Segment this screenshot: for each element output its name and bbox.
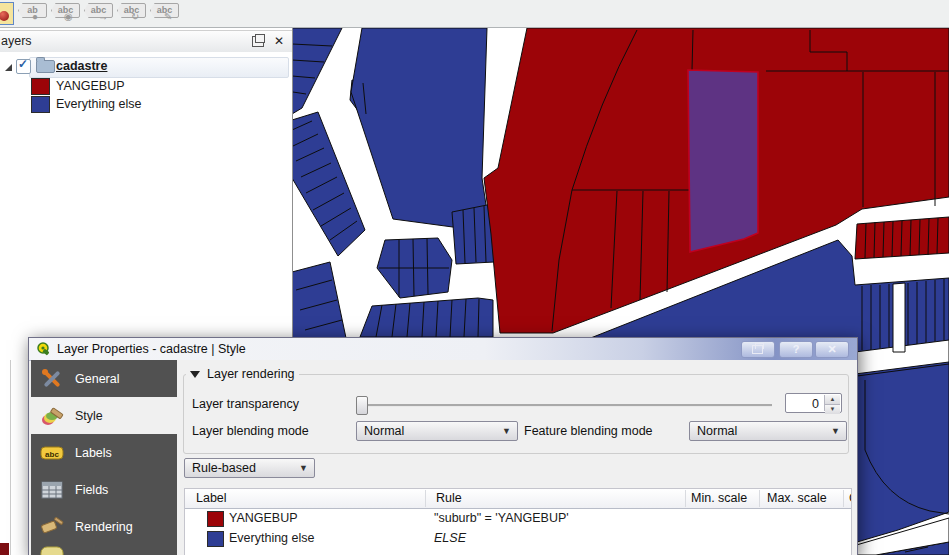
qgis-logo-icon <box>37 342 51 356</box>
selected-parcel <box>688 70 758 252</box>
rules-table-header[interactable]: Label Rule Min. scale Max. scale C <box>185 489 851 509</box>
table-row[interactable]: Everything else ELSE <box>185 528 851 548</box>
panel-edge-line <box>10 360 11 555</box>
abc-tag-icon: abc <box>40 441 64 465</box>
active-label-tool-button[interactable] <box>0 2 14 25</box>
qgis-window: { "toolbar": { "icons": [ {"name": "acti… <box>0 0 949 555</box>
spin-down-icon: ▼ <box>825 404 840 414</box>
tab-labels[interactable]: abc Labels <box>31 434 177 471</box>
tools-icon <box>40 367 64 391</box>
group-folder-icon <box>36 60 55 73</box>
paintbrush-icon <box>40 404 64 428</box>
transparency-spinbox[interactable]: 0 ▲▼ <box>785 393 842 413</box>
table-row[interactable]: YANGEBUP "suburb" = 'YANGEBUP' <box>185 508 851 528</box>
close-panel-icon[interactable]: ✕ <box>274 34 284 48</box>
layer-visibility-checkbox[interactable]: ✓ <box>16 59 31 74</box>
restore-icon <box>752 345 763 354</box>
table-icon <box>40 478 64 502</box>
layers-panel-title: ayers <box>1 34 32 48</box>
red-sphere-icon <box>0 11 9 21</box>
legend-item[interactable]: YANGEBUP <box>0 78 292 95</box>
float-panel-icon[interactable] <box>252 36 264 47</box>
map-tip-icon <box>40 545 64 555</box>
close-dialog-button[interactable]: ✕ <box>815 341 849 358</box>
tab-style[interactable]: Style <box>31 397 177 434</box>
feature-blending-combo[interactable]: Normal▼ <box>689 421 847 441</box>
transparency-label: Layer transparency <box>192 397 299 411</box>
layer-rendering-groupbox <box>183 374 849 454</box>
transparency-slider[interactable] <box>356 396 772 414</box>
pin-icon: ● <box>32 11 38 23</box>
refresh-icon: ↻ <box>131 11 139 23</box>
dialog-title: Layer Properties - cadastre | Style <box>57 342 246 356</box>
group-label[interactable]: cadastre <box>56 59 107 73</box>
style-tab-content: Layer rendering Layer transparency 0 ▲▼ … <box>177 360 857 555</box>
slider-groove <box>356 404 772 407</box>
spin-up-icon: ▲ <box>825 395 840 404</box>
svg-text:abc: abc <box>45 449 59 458</box>
tab-fields[interactable]: Fields <box>31 471 177 508</box>
rules-table: Label Rule Min. scale Max. scale C YANGE… <box>184 488 852 555</box>
layers-panel-titlebar[interactable]: ayers ✕ <box>0 30 292 53</box>
dialog-titlebar[interactable]: Layer Properties - cadastre | Style ? ✕ <box>29 338 857 361</box>
rule-swatch <box>207 511 224 527</box>
expand-arrow-icon[interactable] <box>5 64 12 71</box>
layer-properties-dialog: Layer Properties - cadastre | Style ? ✕ … <box>28 337 858 555</box>
chevron-down-icon: ▼ <box>502 422 511 441</box>
tab-general[interactable]: General <box>31 360 177 397</box>
renderer-type-combo[interactable]: Rule-based▼ <box>184 458 315 478</box>
spinbox-arrows[interactable]: ▲▼ <box>824 395 840 411</box>
legend-item[interactable]: Everything else <box>0 96 292 113</box>
dialog-sidebar: General Style abc Labels Field <box>31 360 177 555</box>
layer-group-row[interactable]: ✓ cadastre <box>0 58 292 76</box>
help-button[interactable]: ? <box>779 341 813 358</box>
chevron-down-icon: ▼ <box>299 459 308 478</box>
layer-rendering-header[interactable]: Layer rendering <box>186 367 299 381</box>
feature-blending-label: Feature blending mode <box>524 424 653 438</box>
background-icon-fragment <box>0 543 9 555</box>
chevron-down-icon: ▼ <box>831 422 840 441</box>
arrow-icon: → <box>98 11 108 23</box>
labeling-toolbar: ab ● abc ◉ abc → abc ↻ abc ✎ <box>0 0 949 28</box>
yangebup-swatch <box>31 78 50 95</box>
tab-rendering[interactable]: Rendering <box>31 508 177 545</box>
layer-blending-combo[interactable]: Normal▼ <box>356 421 518 441</box>
eye-icon: ◉ <box>64 11 73 23</box>
pencil-icon: ✎ <box>164 11 172 23</box>
collapse-triangle-icon <box>190 371 200 378</box>
tab-display-partial[interactable] <box>31 545 177 555</box>
paint-roller-icon <box>40 515 64 539</box>
everything-else-swatch <box>31 96 50 113</box>
rule-swatch <box>207 531 224 547</box>
slider-handle[interactable] <box>356 396 368 415</box>
layer-blending-label: Layer blending mode <box>192 424 309 438</box>
restore-window-button[interactable] <box>741 341 775 358</box>
